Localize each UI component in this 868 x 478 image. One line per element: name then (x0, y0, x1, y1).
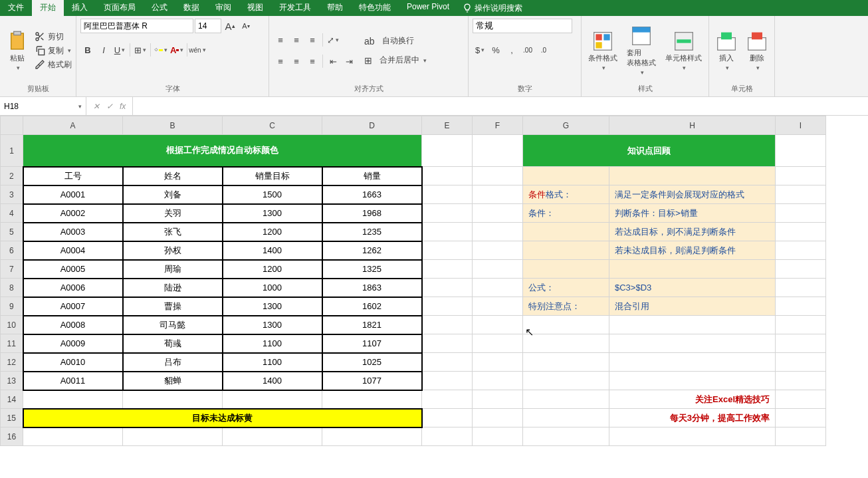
paste-button[interactable]: 粘贴▾ (4, 29, 31, 72)
cell[interactable]: 司马懿 (123, 316, 223, 334)
cell[interactable]: 张飞 (123, 223, 223, 241)
align-center-button[interactable]: ≡ (289, 54, 304, 68)
footer-text[interactable]: 关注Excel精选技巧 (609, 390, 776, 409)
cell[interactable]: 1400 (223, 241, 322, 260)
cell[interactable]: 1300 (223, 297, 322, 316)
knowledge-label[interactable]: 条件格式： (523, 185, 609, 204)
tab-special[interactable]: 特色功能 (351, 0, 399, 16)
cell[interactable]: 周瑜 (123, 260, 223, 279)
indent-inc-button[interactable]: ⇥ (342, 54, 356, 68)
increase-font-button[interactable]: A▴ (223, 19, 237, 33)
tab-home[interactable]: 开始 (32, 0, 64, 16)
table-header[interactable]: 销量 (322, 167, 422, 185)
cell[interactable]: 1262 (322, 241, 422, 260)
tab-review[interactable]: 审阅 (207, 0, 239, 16)
cell[interactable]: 陆逊 (123, 279, 223, 297)
footer-text[interactable]: 每天3分钟，提高工作效率 (609, 409, 776, 427)
phonetic-button[interactable]: wén▾ (190, 43, 205, 57)
row-header[interactable]: 7 (1, 260, 23, 279)
align-right-button[interactable]: ≡ (305, 54, 320, 68)
col-header[interactable]: F (473, 116, 523, 135)
indent-dec-button[interactable]: ⇤ (326, 54, 340, 68)
cell[interactable]: A0003 (23, 223, 123, 241)
col-header[interactable]: E (422, 116, 473, 135)
inc-decimal-button[interactable]: .00 (520, 43, 535, 57)
knowledge-value[interactable]: 若达成目标，则不满足判断条件 (609, 223, 776, 241)
underline-button[interactable]: U▾ (112, 43, 127, 57)
cell[interactable]: A0011 (23, 372, 123, 390)
cell[interactable]: A0009 (23, 334, 123, 353)
row-header[interactable]: 11 (1, 334, 23, 353)
cell[interactable]: 貂蝉 (123, 372, 223, 390)
row-header[interactable]: 10 (1, 316, 23, 334)
col-header[interactable]: I (776, 116, 826, 135)
tab-help[interactable]: 帮助 (319, 0, 351, 16)
cell[interactable]: 1300 (223, 204, 322, 223)
grid[interactable]: A B C D E F G H I 1 根据工作完成情况自动标颜色 知识点回顾 … (0, 116, 826, 446)
formula-input[interactable] (132, 97, 868, 115)
number-format-select[interactable] (473, 19, 572, 33)
cell[interactable]: 1968 (322, 204, 422, 223)
cell[interactable]: 1077 (322, 372, 422, 390)
knowledge-value[interactable]: 满足一定条件则会展现对应的格式 (609, 185, 776, 204)
cell[interactable]: 1100 (223, 353, 322, 372)
cell[interactable]: 吕布 (123, 353, 223, 372)
col-header[interactable]: C (223, 116, 322, 135)
knowledge-value[interactable]: 混合引用 (609, 297, 776, 316)
align-left-button[interactable]: ≡ (273, 54, 288, 68)
worksheet[interactable]: ↖ A B C D E F G H I 1 根据工作完成情况自动标颜色 知识点回… (0, 116, 868, 478)
row-header[interactable]: 6 (1, 241, 23, 260)
knowledge-value[interactable]: $C3>$D3 (609, 279, 776, 297)
tell-me[interactable]: 操作说明搜索 (457, 0, 528, 16)
cell[interactable]: 荀彧 (123, 334, 223, 353)
decrease-font-button[interactable]: A▾ (239, 19, 253, 33)
row-header[interactable]: 16 (1, 427, 23, 446)
merge-button[interactable]: ⊞ 合并后居中▾ (364, 54, 427, 66)
row-header[interactable]: 2 (1, 167, 23, 185)
knowledge-label[interactable]: 特别注意点： (523, 297, 609, 316)
tab-layout[interactable]: 页面布局 (96, 0, 144, 16)
col-header[interactable]: B (123, 116, 223, 135)
row-header[interactable]: 14 (1, 390, 23, 409)
row-header[interactable]: 3 (1, 185, 23, 204)
copy-button[interactable]: 复制▾ (35, 45, 72, 57)
cell[interactable]: 刘备 (123, 185, 223, 204)
col-header[interactable]: G (523, 116, 609, 135)
knowledge-label[interactable]: 公式： (523, 279, 609, 297)
cell-styles-button[interactable]: 单元格样式▾ (663, 29, 705, 72)
tab-view[interactable]: 视图 (239, 0, 271, 16)
knowledge-value[interactable]: 若未达成目标，则满足判断条件 (609, 241, 776, 260)
cell[interactable]: 1663 (322, 185, 422, 204)
tab-file[interactable]: 文件 (0, 0, 32, 16)
col-header[interactable]: D (322, 116, 422, 135)
cell[interactable]: 1235 (322, 223, 422, 241)
enter-icon[interactable]: ✓ (106, 102, 113, 111)
delete-cells-button[interactable]: 删除▾ (744, 29, 770, 72)
title-cell[interactable]: 根据工作完成情况自动标颜色 (23, 135, 422, 167)
cell[interactable]: 1400 (223, 372, 322, 390)
cell[interactable]: 孙权 (123, 241, 223, 260)
cell[interactable]: A0006 (23, 279, 123, 297)
row-header[interactable]: 13 (1, 372, 23, 390)
tab-formula[interactable]: 公式 (144, 0, 175, 16)
cell[interactable]: 1325 (322, 260, 422, 279)
cond-format-button[interactable]: 条件格式▾ (586, 29, 620, 72)
cell[interactable]: 1100 (223, 334, 322, 353)
cell[interactable]: A0007 (23, 297, 123, 316)
cell[interactable]: 关羽 (123, 204, 223, 223)
table-header[interactable]: 姓名 (123, 167, 223, 185)
col-header[interactable]: A (23, 116, 123, 135)
cell[interactable]: A0008 (23, 316, 123, 334)
format-painter-button[interactable]: 格式刷 (35, 59, 72, 71)
tab-dev[interactable]: 开发工具 (271, 0, 319, 16)
row-header[interactable]: 1 (1, 135, 23, 167)
cell[interactable]: A0010 (23, 353, 123, 372)
yellow-note[interactable]: 目标未达成标黄 (23, 409, 422, 427)
cell[interactable]: A0004 (23, 241, 123, 260)
orientation-button[interactable]: ⤢▾ (326, 33, 340, 47)
percent-button[interactable]: % (488, 43, 503, 57)
tab-powerpivot[interactable]: Power Pivot (399, 0, 457, 16)
cell[interactable]: 1602 (322, 297, 422, 316)
table-header[interactable]: 工号 (23, 167, 123, 185)
row-header[interactable]: 15 (1, 409, 23, 427)
